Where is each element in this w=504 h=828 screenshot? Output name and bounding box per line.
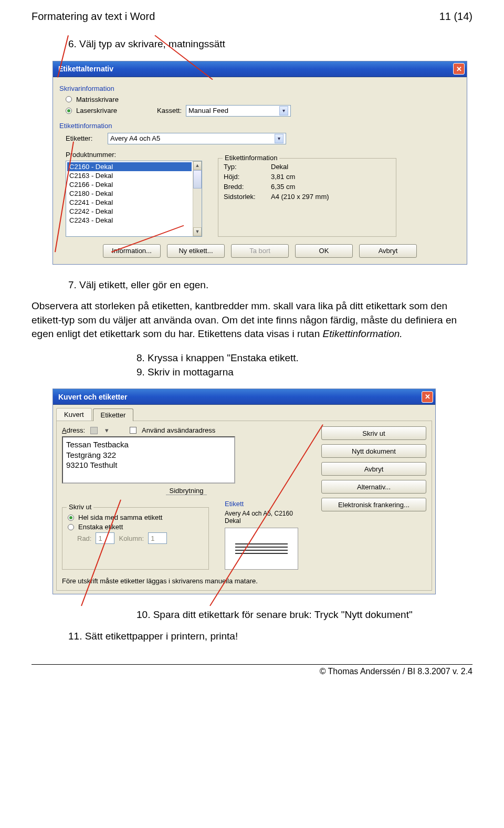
section-label-info: Etikettinformation: [59, 122, 460, 130]
list-item[interactable]: C2163 - Dekal: [67, 171, 192, 180]
etikett-info-2: Dekal: [225, 517, 298, 525]
efranking-button[interactable]: Elektronisk frankering...: [321, 498, 426, 511]
sender-checkbox[interactable]: [130, 427, 136, 434]
list-item[interactable]: C2180 - Dekal: [67, 189, 192, 198]
info-width-label: Bredd:: [224, 183, 271, 191]
radio-full-page-label: Hel sida med samma etikett: [78, 513, 162, 521]
radio-single-label-text: Enstaka etikett: [78, 523, 123, 531]
list-item[interactable]: C2166 - Dekal: [67, 180, 192, 189]
row-input[interactable]: 1: [96, 532, 114, 544]
address-textarea[interactable]: Tessan Testbacka Testgräng 322 93210 Tes…: [62, 436, 235, 484]
prodnum-label: Produktnummer:: [66, 151, 202, 159]
tray-value: Manual Feed: [188, 107, 228, 114]
radio-single-label[interactable]: [68, 524, 74, 530]
radio-full-page[interactable]: [68, 515, 74, 521]
radio-laser[interactable]: [66, 108, 72, 114]
step-7: 7. Välj etikett, eller gör en egen.: [68, 278, 472, 292]
chevron-down-icon: ▾: [279, 106, 288, 116]
info-height-label: Höjd:: [224, 173, 271, 181]
list-item[interactable]: C2243 - Dekal: [67, 216, 192, 225]
page-footer: © Thomas Anderssén / BI 8.3.2007 v. 2.4: [32, 664, 472, 676]
labels-label: Etiketter:: [66, 134, 103, 142]
header-left: Formatering av text i Word: [32, 11, 155, 23]
dialog-label-options: Etikettalternativ ✕ Skrivarinformation M…: [52, 61, 467, 265]
pagebreak-label: Sidbrytning: [166, 487, 206, 495]
list-item[interactable]: C2241 - Dekal: [67, 198, 192, 207]
addressbook-icon[interactable]: [90, 427, 98, 434]
section-printer-info: Skrivarinformation: [59, 85, 460, 92]
tray-select[interactable]: Manual Feed ▾: [186, 105, 291, 117]
cancel-button[interactable]: Avbryt: [359, 244, 417, 258]
close-icon[interactable]: ✕: [422, 391, 433, 403]
etikett-heading: Etikett: [225, 500, 298, 508]
scroll-up-icon[interactable]: ▲: [193, 161, 202, 170]
row-label: Rad:: [77, 534, 91, 542]
step-9: 9. Skriv in mottagarna: [136, 365, 472, 380]
labels-value: Avery A4 och A5: [110, 134, 160, 142]
info-page-label: Sidstorlek:: [224, 193, 271, 201]
radio-laser-label: Laserskrivare: [76, 107, 117, 114]
info-width-value: 6,35 cm: [271, 183, 391, 191]
observe-paragraph: Observera att storleken på etiketten, ka…: [32, 299, 472, 341]
infobox-legend: Etikettinformation: [223, 154, 279, 162]
step-10: 10. Spara ditt etikettark för senare bru…: [136, 608, 472, 622]
tab-labels[interactable]: Etiketter: [93, 408, 134, 421]
col-input[interactable]: 1: [148, 532, 167, 544]
scrollbar[interactable]: ▲ ▼: [193, 161, 202, 236]
bottom-note: Före utskrift måste etiketter läggas i s…: [62, 577, 311, 585]
addr-line: 93210 Testhult: [66, 460, 231, 470]
step-6: 6. Välj typ av skrivare, matningssätt: [68, 37, 472, 51]
new-document-button[interactable]: Nytt dokument: [321, 444, 426, 458]
chevron-down-icon: ▾: [275, 134, 284, 143]
scroll-down-icon[interactable]: ▼: [193, 227, 202, 236]
info-type-value: Dekal: [271, 163, 391, 171]
addr-line: Tessan Testbacka: [66, 439, 231, 450]
list-item[interactable]: C2242 - Dekal: [67, 207, 192, 216]
addr-line: Testgräng 322: [66, 450, 231, 460]
dialog2-title: Kuvert och etiketter: [58, 393, 127, 401]
dialog-envelopes-labels: Kuvert och etiketter ✕ Kuvert Etiketter …: [52, 389, 436, 594]
info-height-value: 3,81 cm: [271, 173, 391, 181]
new-label-button[interactable]: Ny etikett...: [167, 244, 225, 258]
etikett-info-1: Avery A4 och A5, C2160: [225, 510, 298, 517]
close-icon[interactable]: ✕: [453, 63, 465, 75]
step-11: 11. Sätt etikettpapper i printern, print…: [68, 630, 472, 644]
col-label: Kolumn:: [119, 534, 144, 542]
radio-matrix-label: Matrisskrivare: [76, 96, 119, 103]
ok-button[interactable]: OK: [295, 244, 353, 258]
step-8: 8. Kryssa i knappen "Enstaka etikett.: [136, 351, 472, 365]
product-listbox[interactable]: C2160 - Dekal C2163 - Dekal C2166 - Deka…: [66, 161, 202, 237]
sender-label: Använd avsändaradress: [142, 426, 215, 434]
print-button[interactable]: Skriv ut: [321, 426, 426, 440]
dialog1-title: Etikettalternativ: [58, 65, 113, 73]
labels-select[interactable]: Avery A4 och A5 ▾: [108, 133, 286, 144]
info-type-label: Typ:: [224, 163, 271, 171]
info-page-value: A4 (210 x 297 mm): [271, 193, 391, 201]
options-button[interactable]: Alternativ...: [321, 480, 426, 494]
address-label: Adress:: [62, 426, 85, 434]
label-preview[interactable]: [225, 528, 298, 570]
print-section-legend: Skriv ut: [67, 503, 93, 511]
cancel-button[interactable]: Avbryt: [321, 462, 426, 476]
tab-envelope[interactable]: Kuvert: [56, 408, 92, 421]
header-right: 11 (14): [439, 11, 472, 23]
delete-button[interactable]: Ta bort: [231, 244, 289, 258]
list-item[interactable]: C2160 - Dekal: [67, 162, 192, 171]
radio-matrix[interactable]: [66, 96, 72, 102]
tray-label: Kassett:: [157, 107, 182, 114]
info-button[interactable]: Information...: [103, 244, 161, 258]
